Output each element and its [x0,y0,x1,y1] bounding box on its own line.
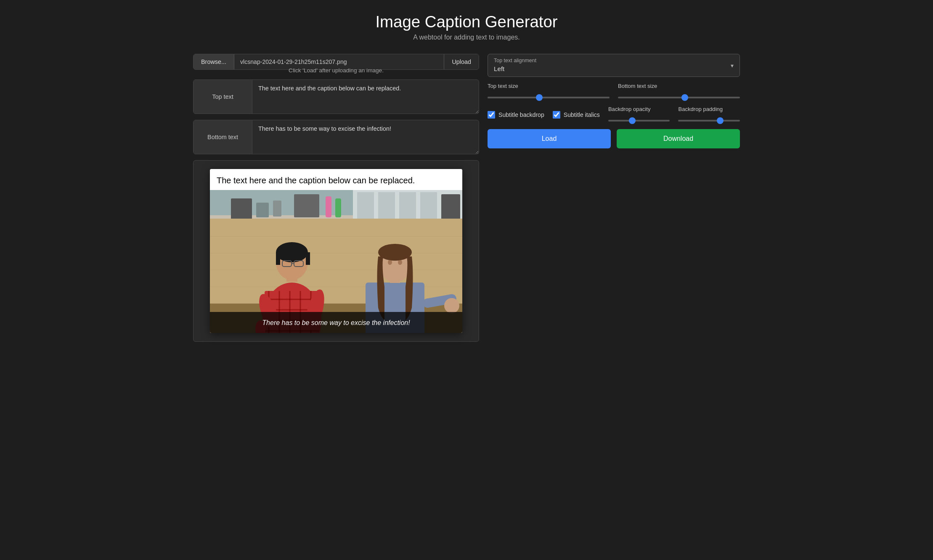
top-text-size-slider[interactable] [488,97,610,98]
svg-point-49 [444,298,459,313]
top-text-label: Top text [193,80,252,114]
svg-point-46 [388,260,392,265]
text-size-sliders-row: Top text size Bottom text size [488,83,740,100]
browse-button[interactable]: Browse... [193,54,234,69]
subtitle-italics-group: Subtitle italics [553,111,600,119]
alignment-label: Top text alignment [494,58,734,63]
load-button[interactable]: Load [488,129,611,148]
subtitle-backdrop-checkbox[interactable] [488,111,495,119]
svg-text:There has to be some way to ex: There has to be some way to excise the i… [262,319,410,326]
svg-point-47 [398,260,402,265]
svg-point-33 [276,242,308,262]
bottom-text-size-group: Bottom text size [618,83,740,100]
svg-rect-7 [335,198,341,217]
main-layout: Browse... vlcsnap-2024-01-29-21h25m11s20… [193,54,740,342]
page-subtitle: A webtool for adding text to images. [17,34,916,41]
preview-area: The text here and the caption below can … [193,160,479,342]
backdrop-opacity-group: Backdrop opacity [608,106,670,123]
left-panel: Browse... vlcsnap-2024-01-29-21h25m11s20… [193,54,479,342]
action-buttons: Load Download [488,129,740,148]
alignment-value: Left [494,65,734,72]
bottom-text-size-label: Bottom text size [618,83,740,89]
bottom-text-label: Bottom text [193,120,252,154]
top-text-input[interactable]: The text here and the caption below can … [252,80,479,114]
top-text-row: Top text The text here and the caption b… [193,79,479,114]
upload-button[interactable]: Upload [444,54,479,69]
download-button[interactable]: Download [617,129,740,148]
subtitle-backdrop-label: Subtitle backdrop [498,111,544,118]
bottom-text-row: Bottom text There has to be some way to … [193,120,479,154]
subtitle-italics-label: Subtitle italics [564,111,600,118]
subtitle-backdrop-group: Subtitle backdrop [488,111,544,119]
backdrop-padding-group: Backdrop padding [678,106,740,123]
preview-top-text: The text here and the caption below can … [210,169,462,190]
svg-rect-6 [326,196,331,217]
subtitle-italics-checkbox[interactable] [553,111,560,119]
backdrop-opacity-slider[interactable] [608,120,670,122]
backdrop-opacity-label: Backdrop opacity [608,106,670,112]
file-upload-area: Browse... vlcsnap-2024-01-29-21h25m11s20… [193,54,479,74]
alignment-dropdown-wrapper[interactable]: Top text alignment Left ▾ [488,54,740,77]
checkboxes-row: Subtitle backdrop Subtitle italics Backd… [488,106,740,123]
preview-image-container: There has to be some way to excise the i… [210,190,462,333]
bottom-text-input[interactable]: There has to be some way to excise the i… [252,120,479,154]
top-text-size-group: Top text size [488,83,610,100]
svg-rect-34 [276,252,280,265]
right-panel: Top text alignment Left ▾ Top text size … [488,54,740,342]
page-title: Image Caption Generator [17,13,916,31]
page-header: Image Caption Generator A webtool for ad… [17,13,916,41]
svg-point-45 [378,244,412,261]
svg-rect-5 [294,194,319,217]
top-text-size-label: Top text size [488,83,610,89]
svg-rect-4 [273,201,281,217]
backdrop-padding-label: Backdrop padding [678,106,740,112]
svg-rect-2 [231,198,252,219]
bottom-text-size-slider[interactable] [618,97,740,98]
preview-card: The text here and the caption below can … [210,169,462,333]
backdrop-padding-slider[interactable] [678,120,740,122]
preview-image: There has to be some way to excise the i… [210,190,462,333]
svg-rect-3 [256,203,269,217]
svg-rect-35 [306,252,310,265]
